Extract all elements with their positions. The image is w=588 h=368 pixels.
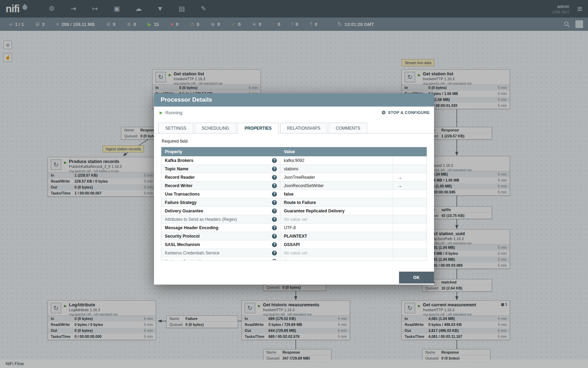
table-row: Use Transactions? false bbox=[161, 190, 427, 198]
running-status-icon: ▶ bbox=[160, 110, 162, 115]
table-row: Kerberos Credentials Service? No value s… bbox=[161, 249, 427, 257]
column-value: Value bbox=[280, 147, 427, 156]
table-row: Topic Name? stations bbox=[161, 165, 427, 173]
help-icon[interactable]: ? bbox=[272, 200, 277, 205]
run-state-label: Running bbox=[165, 110, 182, 115]
property-value[interactable]: UTF-8 bbox=[280, 224, 393, 232]
property-value[interactable]: JsonRecordSetWriter bbox=[280, 182, 393, 190]
help-icon[interactable]: ? bbox=[272, 192, 277, 197]
table-row: Kafka Brokers? kafka:9092 bbox=[161, 156, 427, 165]
ok-button[interactable]: OK bbox=[399, 272, 434, 284]
tab-relationships[interactable]: RELATIONSHIPS bbox=[280, 123, 327, 134]
help-icon[interactable]: ? bbox=[272, 217, 277, 222]
stop-and-configure-button[interactable]: ⚙ STOP & CONFIGURE bbox=[382, 110, 430, 115]
column-property: Property bbox=[161, 147, 280, 156]
processor-details-dialog: Processor Details ▶ Running ⚙ STOP & CON… bbox=[154, 93, 434, 285]
required-field-note: Required field bbox=[162, 139, 434, 144]
help-icon[interactable]: ? bbox=[272, 259, 277, 261]
tab-settings[interactable]: SETTINGS bbox=[158, 123, 193, 134]
dialog-tabs: SETTINGS SCHEDULING PROPERTIES RELATIONS… bbox=[154, 123, 434, 134]
property-value[interactable]: GSSAPI bbox=[280, 240, 393, 248]
table-row: Record Writer? JsonRecordSetWriter → bbox=[161, 182, 427, 190]
go-to-service-icon[interactable]: → bbox=[397, 175, 402, 180]
table-row: Record Reader? JsonTreeReader → bbox=[161, 173, 427, 182]
property-value[interactable]: Route to Failure bbox=[280, 198, 393, 206]
table-row: Failure Strategy? Route to Failure bbox=[161, 198, 427, 207]
table-row: Delivery Guarantee? Guarantee Replicated… bbox=[161, 207, 427, 215]
tab-properties[interactable]: PROPERTIES bbox=[238, 123, 279, 134]
property-value[interactable]: No value set bbox=[280, 215, 393, 223]
properties-table: Property Value Kafka Brokers? kafka:9092… bbox=[161, 147, 427, 260]
help-icon[interactable]: ? bbox=[272, 166, 277, 171]
help-icon[interactable]: ? bbox=[272, 242, 277, 247]
table-row: Kerberos Service Name? No value set bbox=[161, 257, 427, 260]
table-header: Property Value bbox=[161, 147, 427, 156]
table-row: Message Header Encoding? UTF-8 bbox=[161, 224, 427, 232]
tab-scheduling[interactable]: SCHEDULING bbox=[195, 123, 236, 134]
tab-comments[interactable]: COMMENTS bbox=[329, 123, 367, 134]
property-value[interactable]: No value set bbox=[280, 257, 393, 260]
help-icon[interactable]: ? bbox=[272, 225, 277, 230]
property-value[interactable]: kafka:9092 bbox=[280, 156, 393, 164]
property-value[interactable]: No value set bbox=[280, 249, 393, 257]
help-icon[interactable]: ? bbox=[272, 251, 277, 255]
property-value[interactable]: stations bbox=[280, 165, 393, 173]
go-to-service-icon[interactable]: → bbox=[397, 183, 402, 189]
property-value[interactable]: PLAINTEXT bbox=[280, 232, 393, 240]
help-icon[interactable]: ? bbox=[272, 175, 277, 180]
property-value[interactable]: JsonTreeReader bbox=[280, 173, 393, 181]
help-icon[interactable]: ? bbox=[272, 158, 277, 163]
table-row: SASL Mechanism? GSSAPI bbox=[161, 240, 427, 249]
dialog-title: Processor Details bbox=[154, 93, 434, 107]
table-row: Security Protocol? PLAINTEXT bbox=[161, 232, 427, 240]
help-icon[interactable]: ? bbox=[272, 209, 277, 213]
property-value[interactable]: Guarantee Replicated Delivery bbox=[280, 207, 393, 215]
help-icon[interactable]: ? bbox=[272, 234, 277, 239]
property-value[interactable]: false bbox=[280, 190, 393, 198]
stop-configure-icon: ⚙ bbox=[382, 110, 386, 115]
table-row: Attributes to Send as Headers (Regex)? N… bbox=[161, 215, 427, 224]
help-icon[interactable]: ? bbox=[272, 183, 277, 188]
